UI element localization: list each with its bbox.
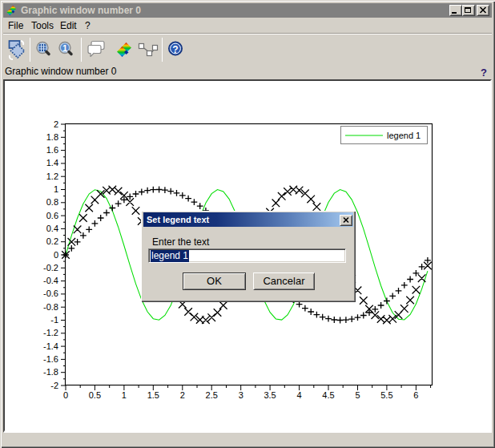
svg-text:5: 5: [355, 390, 360, 400]
svg-text:4: 4: [297, 390, 302, 400]
svg-text:-1.6: -1.6: [43, 354, 58, 364]
svg-text:?: ?: [172, 44, 178, 55]
svg-text:-1.2: -1.2: [43, 328, 58, 337]
svg-text:-0.6: -0.6: [43, 289, 58, 298]
svg-text:1: 1: [122, 390, 127, 400]
svg-text:4.5: 4.5: [322, 390, 334, 400]
svg-text:0.4: 0.4: [46, 224, 58, 233]
svg-text:-0.4: -0.4: [43, 276, 58, 285]
svg-text:-1.4: -1.4: [43, 341, 58, 351]
svg-text:3: 3: [239, 390, 243, 400]
svg-text:1: 1: [54, 184, 58, 194]
svg-text:1.6: 1.6: [46, 145, 58, 155]
svg-text:0: 0: [63, 390, 68, 400]
svg-text:-0.8: -0.8: [43, 302, 58, 312]
svg-text:0.2: 0.2: [46, 236, 58, 246]
svg-text:-0.2: -0.2: [43, 263, 58, 272]
svg-text:legend 1: legend 1: [387, 131, 421, 140]
svg-text:2: 2: [54, 119, 58, 129]
svg-text:1.4: 1.4: [46, 158, 58, 167]
svg-text:0.5: 0.5: [89, 390, 101, 400]
svg-text:1: 1: [62, 43, 67, 53]
svg-text:0: 0: [54, 250, 58, 260]
svg-text:-1.8: -1.8: [43, 367, 58, 377]
svg-text:-1: -1: [50, 315, 58, 325]
svg-text:-2: -2: [50, 381, 58, 390]
svg-text:6: 6: [413, 390, 418, 400]
svg-text:3.5: 3.5: [264, 390, 276, 400]
svg-text:2: 2: [180, 390, 185, 400]
svg-text:2.5: 2.5: [206, 390, 218, 400]
svg-text:0.8: 0.8: [46, 197, 58, 207]
svg-text:1.5: 1.5: [147, 390, 159, 400]
svg-text:5.5: 5.5: [380, 390, 392, 400]
svg-text:1.2: 1.2: [46, 172, 58, 181]
svg-text:0.6: 0.6: [46, 211, 58, 220]
svg-text:1.8: 1.8: [46, 132, 58, 142]
